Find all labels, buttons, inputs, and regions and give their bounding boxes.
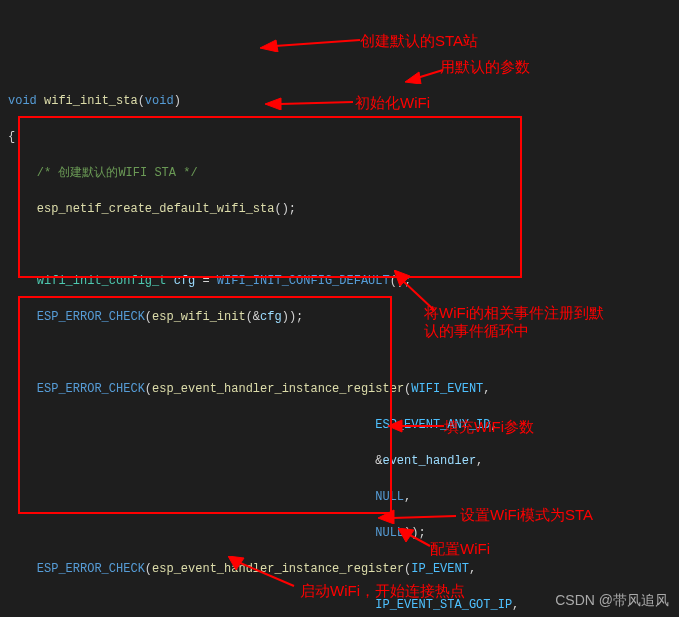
svg-line-0 — [275, 40, 360, 46]
macro-call: ESP_ERROR_CHECK — [37, 560, 145, 578]
fn-call: esp_netif_create_default_wifi_sta — [37, 200, 275, 218]
code-editor: void wifi_init_sta(void) { /* 创建默认的WIFI … — [0, 72, 679, 617]
arrow-icon — [260, 32, 360, 52]
comment: /* 创建默认的WIFI STA */ — [37, 164, 198, 182]
svg-marker-1 — [260, 40, 278, 52]
macro-call: ESP_ERROR_CHECK — [37, 308, 145, 326]
macro-call: ESP_ERROR_CHECK — [37, 380, 145, 398]
keyword: void — [8, 92, 37, 110]
fn-name: wifi_init_sta — [44, 92, 138, 110]
brace-open: { — [8, 128, 15, 146]
annotation-1: 创建默认的STA站 — [360, 32, 478, 50]
watermark: CSDN @带风追风 — [555, 590, 669, 611]
type: wifi_init_config_t — [37, 272, 167, 290]
